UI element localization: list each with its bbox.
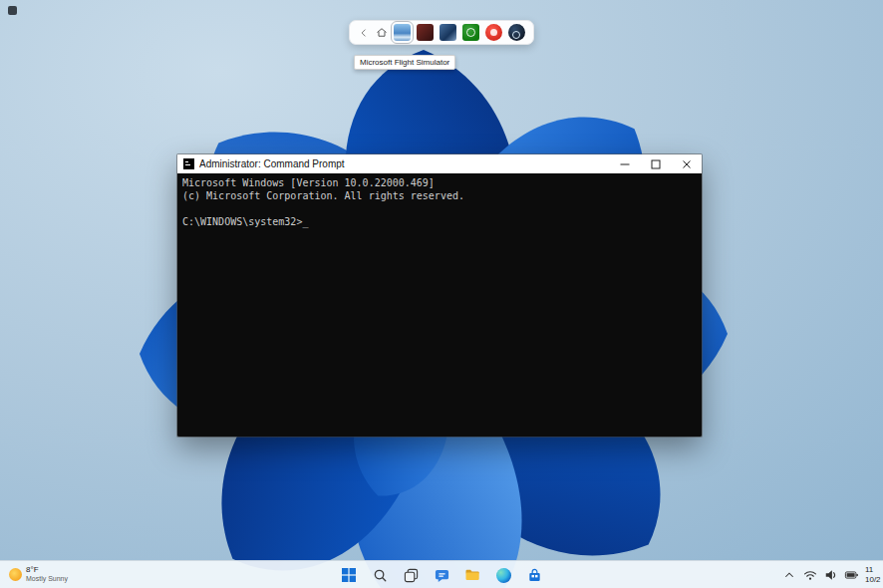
taskbar-center-icons xyxy=(337,561,546,588)
dock-tooltip: Microsoft Flight Simulator xyxy=(354,55,455,70)
clock-date: 10/2 xyxy=(865,575,881,585)
window-titlebar[interactable]: Administrator: Command Prompt xyxy=(177,154,702,173)
chat-icon xyxy=(435,568,449,583)
windows-logo-icon xyxy=(341,567,357,583)
file-explorer-icon xyxy=(464,567,480,583)
search-button[interactable] xyxy=(368,563,392,587)
start-button[interactable] xyxy=(337,563,361,587)
console-line: (c) Microsoft Corporation. All rights re… xyxy=(182,189,697,202)
flight-simulator-icon[interactable] xyxy=(394,24,411,41)
system-tray: 11 10/2 xyxy=(781,561,881,588)
network-wifi-icon[interactable] xyxy=(802,567,817,583)
close-button[interactable] xyxy=(671,154,702,173)
corner-widget-icon xyxy=(8,6,17,15)
window-title: Administrator: Command Prompt xyxy=(199,158,609,169)
console-output[interactable]: Microsoft Windows [Version 10.0.22000.46… xyxy=(177,173,702,437)
console-prompt: C:\WINDOWS\system32> xyxy=(182,216,302,227)
taskbar: 8°F Mostly Sunny xyxy=(0,560,883,588)
game-dark-red-icon[interactable] xyxy=(417,24,434,41)
chat-button[interactable] xyxy=(430,563,453,587)
top-app-dock: Microsoft Flight Simulator xyxy=(349,20,534,45)
edge-button[interactable] xyxy=(491,563,515,587)
maximize-button[interactable] xyxy=(640,154,671,173)
weather-temperature: 8°F xyxy=(26,565,68,574)
weather-condition: Mostly Sunny xyxy=(26,574,68,583)
volume-icon[interactable] xyxy=(823,567,838,583)
console-line xyxy=(182,202,697,215)
clock-time: 11 xyxy=(865,565,873,575)
store-button[interactable] xyxy=(522,563,546,587)
tray-chevron-up-icon[interactable] xyxy=(781,567,796,583)
steam-icon[interactable] xyxy=(508,24,525,41)
command-prompt-window: Administrator: Command Prompt Microsoft … xyxy=(177,154,702,437)
cmd-app-icon xyxy=(183,158,194,169)
file-explorer-button[interactable] xyxy=(460,563,484,587)
store-icon xyxy=(527,568,542,583)
weather-sun-icon xyxy=(9,568,22,581)
red-app-icon[interactable] xyxy=(485,24,502,41)
task-view-icon xyxy=(404,568,419,583)
search-icon xyxy=(373,568,388,583)
weather-widget[interactable]: 8°F Mostly Sunny xyxy=(5,564,72,584)
console-line: Microsoft Windows [Version 10.0.22000.46… xyxy=(182,176,697,189)
console-cursor: _ xyxy=(302,216,308,227)
task-view-button[interactable] xyxy=(399,563,423,587)
back-chevron-icon[interactable] xyxy=(358,26,370,40)
battery-icon[interactable] xyxy=(844,567,859,583)
game-blue-icon[interactable] xyxy=(440,24,456,41)
xbox-icon[interactable] xyxy=(462,24,479,41)
taskbar-clock[interactable]: 11 10/2 xyxy=(865,565,881,585)
desktop: Microsoft Flight Simulator Administrator… xyxy=(0,0,883,588)
console-prompt-line: C:\WINDOWS\system32>_ xyxy=(182,215,697,228)
home-icon[interactable] xyxy=(376,26,388,40)
minimize-button[interactable] xyxy=(609,154,640,173)
edge-icon xyxy=(496,568,511,583)
